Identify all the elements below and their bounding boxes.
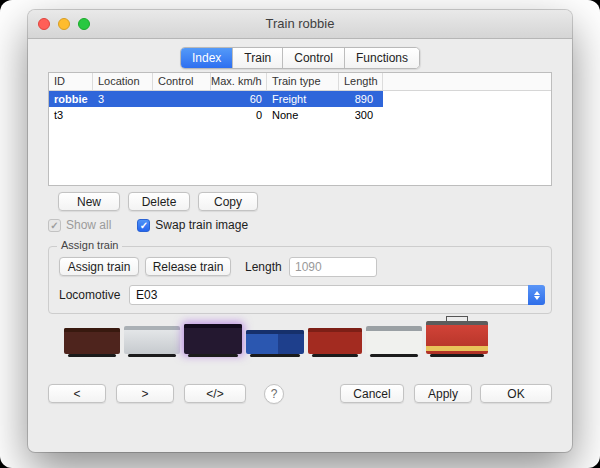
assign-train-group: Assign train Assign train Release train … <box>48 246 552 314</box>
cell-length: 300 <box>339 107 383 123</box>
locomotive-label: Locomotive <box>59 288 120 302</box>
train-image-red-electric-locomotive <box>426 321 488 354</box>
train-image-blue-container-car <box>246 330 304 354</box>
length-input[interactable] <box>289 257 377 277</box>
train-image-maroon-boxcar <box>64 328 120 354</box>
checkbox-checked-icon <box>48 219 61 232</box>
swap-train-image-label: Swap train image <box>155 218 248 232</box>
tab-control[interactable]: Control <box>283 48 345 68</box>
locomotive-value: E03 <box>136 288 157 302</box>
column-header-control[interactable]: Control <box>153 73 211 90</box>
release-train-button[interactable]: Release train <box>145 257 231 276</box>
apply-button[interactable]: Apply <box>414 384 472 403</box>
train-image-silver-freight-car <box>124 326 180 354</box>
dropdown-arrows-icon[interactable] <box>528 285 545 305</box>
ok-button[interactable]: OK <box>480 384 552 403</box>
delete-button[interactable]: Delete <box>128 192 190 211</box>
train-image-red-boxcar <box>308 328 362 354</box>
cell-length: 890 <box>339 91 383 107</box>
assign-train-group-title: Assign train <box>57 239 122 251</box>
next-button[interactable]: > <box>116 384 174 403</box>
title-bar[interactable]: Train robbie <box>28 10 572 39</box>
show-all-checkbox[interactable]: Show all <box>48 218 111 232</box>
cell-location: 3 <box>93 91 153 107</box>
train-image-dark-purple-glow-car <box>184 324 242 354</box>
length-label: Length <box>245 260 282 274</box>
prev-button[interactable]: < <box>48 384 106 403</box>
table-row-robbie[interactable]: robbie 3 60 Freight 890 <box>49 91 383 107</box>
tab-bar: Index Train Control Functions <box>180 47 420 69</box>
help-button[interactable]: ? <box>264 384 284 404</box>
cell-train-type: None <box>267 107 339 123</box>
cell-id: robbie <box>49 91 93 107</box>
train-image-white-refrigerator-car <box>366 326 422 354</box>
copy-button[interactable]: Copy <box>198 192 258 211</box>
cell-control <box>153 91 211 107</box>
window-title: Train robbie <box>28 10 572 38</box>
cell-control <box>153 107 211 123</box>
show-all-label: Show all <box>66 218 111 232</box>
xml-code-button[interactable]: </> <box>184 384 246 403</box>
column-header-location[interactable]: Location <box>93 73 153 90</box>
new-button[interactable]: New <box>58 192 120 211</box>
column-header-id[interactable]: ID <box>49 73 93 90</box>
column-header-train-type[interactable]: Train type <box>267 73 339 90</box>
swap-train-image-checkbox[interactable]: Swap train image <box>137 218 248 232</box>
cell-train-type: Freight <box>267 91 339 107</box>
table-row-t3[interactable]: t3 0 None 300 <box>49 107 383 123</box>
checkbox-checked-icon <box>137 219 150 232</box>
cell-max-kmh: 0 <box>211 107 267 123</box>
tab-functions[interactable]: Functions <box>345 48 419 68</box>
train-consist-images <box>64 310 488 354</box>
table-header: ID Location Control Max. km/h Train type… <box>49 73 551 91</box>
column-header-length[interactable]: Length <box>339 73 383 90</box>
locomotive-dropdown[interactable]: E03 <box>129 285 545 305</box>
cancel-button[interactable]: Cancel <box>340 384 404 403</box>
options-row: Show all Swap train image <box>48 218 248 232</box>
tab-train[interactable]: Train <box>233 48 283 68</box>
cell-location <box>93 107 153 123</box>
tab-index[interactable]: Index <box>181 48 233 68</box>
cell-id: t3 <box>49 107 93 123</box>
column-header-max-kmh[interactable]: Max. km/h <box>211 73 267 90</box>
screen-background: Train robbie Index Train Control Functio… <box>0 0 600 468</box>
train-dialog-window: Train robbie Index Train Control Functio… <box>28 10 572 452</box>
cell-max-kmh: 60 <box>211 91 267 107</box>
assign-train-button[interactable]: Assign train <box>59 257 139 276</box>
train-list-table[interactable]: ID Location Control Max. km/h Train type… <box>48 72 552 186</box>
